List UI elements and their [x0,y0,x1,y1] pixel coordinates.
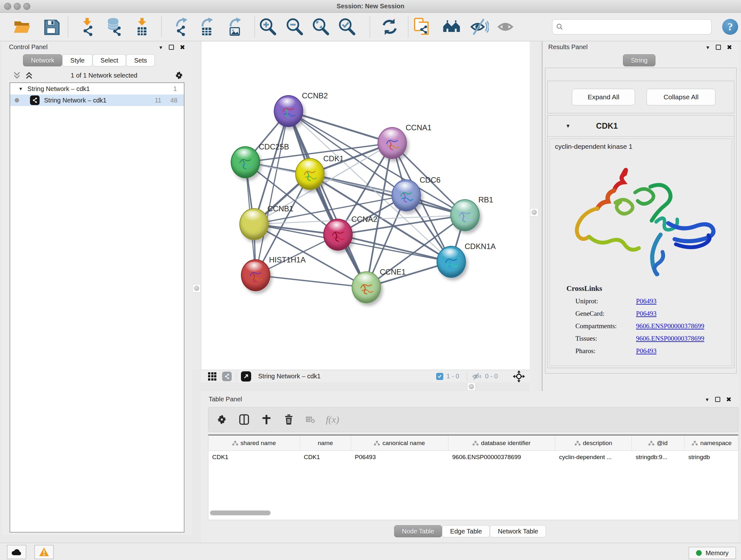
network-node-cdkn1a[interactable] [436,246,466,278]
network-node-rb1[interactable] [450,199,480,231]
table-cell[interactable]: P06493 [351,451,448,463]
left-splitter[interactable] [192,42,201,370]
collapse-all-button[interactable]: Collapse All [647,89,716,105]
splitter-knob[interactable] [194,286,199,291]
grid-view-icon[interactable] [208,372,216,381]
cloud-button[interactable] [7,545,26,559]
zoom-fit-button[interactable] [312,17,330,36]
save-session-button[interactable] [42,17,61,36]
first-neighbors-button[interactable] [442,17,461,36]
splitter-knob[interactable] [532,210,537,215]
table-cell[interactable]: 9606.ENSP00000378699 [448,451,555,463]
selected-checkbox-icon[interactable] [436,373,443,380]
network-node-cdk1[interactable] [295,158,325,190]
help-button[interactable]: ? [722,19,738,35]
zoom-selected-button[interactable] [338,17,356,36]
zoom-out-button[interactable] [285,17,304,36]
column-header-database-identifier[interactable]: database identifier [448,435,555,450]
close-panel-icon[interactable]: ✖ [180,44,185,51]
table-cell[interactable]: cyclin-dependent ... [555,451,632,463]
tree-expand-caret-icon[interactable]: ▼ [18,86,23,91]
collapse-all-chevron-icon[interactable] [12,71,22,79]
column-header-canonical-name[interactable]: canonical name [351,435,448,450]
table-cell[interactable]: stringdb [684,451,739,463]
refresh-button[interactable] [381,17,399,36]
open-session-button[interactable] [13,17,31,36]
crosslink-link[interactable]: 9606.ENSP00000378699 [636,322,704,330]
float-panel-icon[interactable] [169,45,174,50]
trash-icon[interactable] [283,414,294,425]
export-table-button[interactable] [197,17,216,36]
close-panel-icon[interactable]: ✖ [726,396,731,402]
tab-string[interactable]: String [623,54,656,66]
import-table-button[interactable] [133,17,151,36]
search-input[interactable] [566,23,708,30]
add-column-icon[interactable] [261,414,272,425]
tab-edge-table[interactable]: Edge Table [442,525,490,537]
tab-style[interactable]: Style [62,54,92,66]
zoom-in-button[interactable] [259,17,277,36]
expand-all-chevron-icon[interactable] [24,71,34,79]
export-network-button[interactable] [172,17,190,36]
panel-menu-caret-icon[interactable]: ▼ [705,45,710,50]
column-header-name[interactable]: name [300,435,351,450]
column-header-namespace[interactable]: namespace [684,435,739,450]
network-node-ccne1[interactable] [352,271,381,303]
crosslink-link[interactable]: P06493 [636,347,657,355]
hide-selected-button[interactable] [470,17,489,36]
gear-icon[interactable] [216,414,227,425]
crosslink-link[interactable]: P06493 [636,297,657,305]
import-network-file-button[interactable] [78,17,96,36]
close-panel-icon[interactable]: ✖ [727,44,732,51]
tab-network-table[interactable]: Network Table [490,525,546,537]
network-badge-icon[interactable] [222,372,232,381]
table-cell[interactable]: CDK1 [208,451,300,463]
export-image-button[interactable] [225,17,244,36]
table-row[interactable]: CDK1CDK1P064939606.ENSP00000378699cyclin… [208,451,738,463]
tab-node-table[interactable]: Node Table [394,525,442,537]
panel-menu-caret-icon[interactable]: ▼ [704,397,710,402]
right-splitter[interactable] [530,42,539,391]
tab-sets[interactable]: Sets [126,54,155,66]
table-cell[interactable]: CDK1 [300,451,351,463]
network-node-ccna2[interactable] [323,219,353,251]
function-builder-icon[interactable]: f(x) [326,414,339,425]
tab-network[interactable]: Network [23,54,62,66]
crosslink-link[interactable]: 9606.ENSP00000378699 [636,334,704,343]
expand-all-button[interactable]: Expand All [572,89,635,105]
float-panel-icon[interactable] [715,397,720,402]
tab-select[interactable]: Select [92,54,126,66]
search-box[interactable] [552,19,712,35]
detach-view-icon[interactable] [241,371,251,381]
network-node-ccnb2[interactable] [274,95,303,127]
panel-menu-caret-icon[interactable]: ▼ [158,45,163,50]
crosshair-icon[interactable] [513,370,525,383]
network-node-hist1h1a[interactable] [241,259,270,291]
import-network-database-button[interactable] [105,17,123,36]
table-cell[interactable]: stringdb:9... [632,451,684,463]
horizontal-splitter[interactable] [201,382,530,391]
network-row[interactable]: String Network – cdk1 11 48 [10,95,184,106]
warning-button[interactable] [35,545,54,559]
show-all-button[interactable] [497,17,516,36]
horizontal-scrollbar[interactable] [210,510,271,515]
crosslink-link[interactable]: P06493 [636,310,657,318]
column-header--id[interactable]: @id [632,435,684,450]
network-collection-row[interactable]: ▼ String Network – cdk1 1 [10,83,184,95]
network-node-ccna1[interactable] [378,127,407,159]
node-table[interactable]: shared namenamecanonical namedatabase id… [208,435,738,520]
memory-button[interactable]: Memory [689,547,736,559]
show-columns-icon[interactable] [239,414,250,425]
network-node-ccnb1[interactable] [239,208,269,240]
splitter-knob[interactable] [469,384,474,389]
delete-table-icon[interactable] [306,414,315,425]
network-node-cdc6[interactable] [392,179,421,211]
column-header-description[interactable]: description [555,435,632,450]
new-network-from-selection-button[interactable] [412,17,431,36]
network-canvas[interactable]: CCNB2CCNA1CDC25BCDK1CDC6RB1CCNB1CCNA2CDK… [201,42,530,370]
network-node-cdc25b[interactable] [231,146,260,178]
column-header-shared-name[interactable]: shared name [208,435,300,450]
gear-icon[interactable] [174,71,184,80]
section-collapse-caret-icon[interactable]: ▼ [565,123,570,129]
float-panel-icon[interactable] [716,45,721,50]
